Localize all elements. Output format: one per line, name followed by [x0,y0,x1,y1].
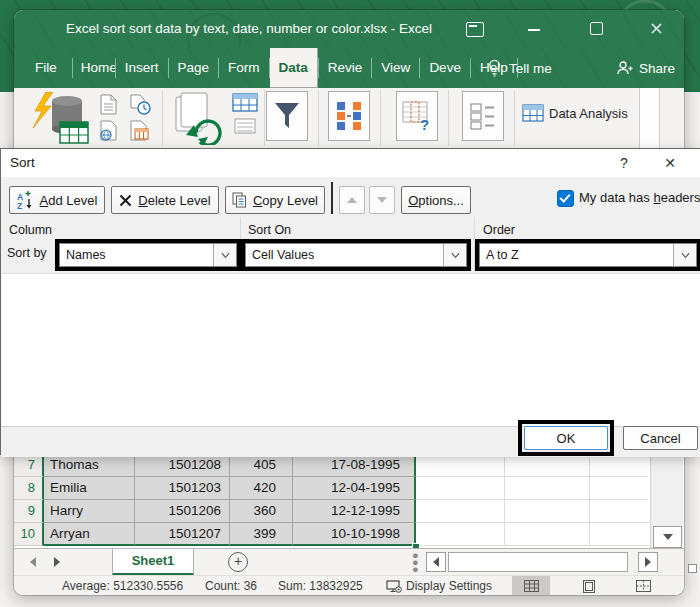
tab-file[interactable]: File [20,48,72,88]
cell-name[interactable]: Thomas [44,454,135,477]
cell-empty[interactable] [590,477,648,500]
recent-sources-icon[interactable] [128,94,152,116]
queries-connections-icon[interactable] [232,93,258,137]
my-data-has-headers-label[interactable]: My data has headers [579,190,700,205]
move-down-button[interactable] [369,186,395,214]
copy-level-button[interactable]: Copy Level [225,186,325,214]
hscroll-left-icon[interactable] [426,552,446,572]
next-sheet-icon[interactable] [54,557,60,567]
move-up-button[interactable] [339,186,365,214]
add-level-button[interactable]: A Z Add Level [9,186,105,214]
status-bar: Average: 512330.5556 Count: 36 Sum: 1383… [14,575,684,595]
cell-value[interactable]: 420 [230,477,293,500]
tab-formulas[interactable]: Form [219,48,269,88]
display-settings-label[interactable]: Display Settings [406,579,492,593]
cell-date[interactable]: 10-10-1998 [293,523,416,546]
cell-date[interactable]: 12-12-1995 [293,500,416,523]
page-layout-view-button[interactable] [570,576,608,595]
dialog-close-icon[interactable]: ✕ [659,152,681,174]
chevron-down-icon[interactable] [443,244,466,266]
get-data-icon[interactable] [32,92,90,144]
display-settings-icon[interactable] [386,580,402,593]
chevron-down-icon[interactable] [213,244,236,266]
normal-view-button[interactable] [512,576,550,595]
cell-value[interactable]: 399 [230,523,293,546]
row-header[interactable]: 8 [14,477,44,500]
sort-by-column-dropdown[interactable]: Names [59,243,237,267]
refresh-all-icon[interactable] [174,91,226,145]
cell-empty[interactable] [505,477,590,500]
page-break-view-button[interactable] [624,576,662,595]
cell-empty[interactable] [505,454,590,477]
row-header[interactable]: 9 [14,500,44,523]
tab-data[interactable]: Data [270,48,318,88]
cell-date[interactable]: 12-04-1995 [293,477,416,500]
maximize-icon[interactable] [590,22,603,35]
cell-name[interactable]: Harry [44,500,135,523]
cell-value[interactable]: 405 [230,454,293,477]
tell-me-label: Tell me [509,61,552,76]
share-button[interactable]: Share [616,48,675,88]
delete-level-button[interactable]: Delete Level [111,186,219,214]
tab-view[interactable]: View [372,48,419,88]
cell-empty[interactable] [590,500,648,523]
add-sheet-icon[interactable]: + [228,552,248,572]
cell-empty[interactable] [590,454,648,477]
sheet-tab-sheet1[interactable]: Sheet1 [112,549,194,576]
cell-empty[interactable] [416,454,505,477]
minimize-icon[interactable] [528,29,540,31]
vertical-scrollbar[interactable] [650,450,683,548]
status-sum: Sum: 13832925 [278,579,363,593]
scroll-down-icon[interactable] [653,526,682,548]
row-header[interactable]: 7 [14,454,44,477]
close-icon[interactable] [646,19,666,39]
annotation-box-ok: OK [518,420,614,456]
sort-on-dropdown[interactable]: Cell Values [245,243,467,267]
tell-me-box[interactable]: Tell me [488,48,552,88]
tab-insert[interactable]: Insert [116,48,168,88]
cell-id[interactable]: 1501206 [135,500,230,523]
from-web-icon[interactable] [98,120,120,142]
cell-name[interactable]: Emilia [44,477,135,500]
cell-date[interactable]: 17-08-1995 [293,454,416,477]
cell-value[interactable]: 360 [230,500,293,523]
cell-id[interactable]: 1501203 [135,477,230,500]
from-table-icon[interactable] [128,120,152,142]
ok-button[interactable]: OK [524,426,608,450]
filter-button[interactable] [266,91,308,141]
from-text-icon[interactable] [98,94,120,116]
order-dropdown[interactable]: A to Z [479,243,697,267]
row-header[interactable]: 10 [14,523,44,546]
tab-page-layout[interactable]: Page [169,48,219,88]
data-analysis-button[interactable]: Data Analysis [522,104,638,122]
what-if-analysis-icon: ? [402,100,432,132]
tab-developer[interactable]: Deve [420,48,470,88]
text-to-columns-button[interactable] [328,91,370,141]
hscroll-right-icon[interactable] [638,552,658,572]
cell-empty[interactable] [590,523,648,546]
cell-empty[interactable] [505,500,590,523]
chevron-down-icon[interactable] [673,244,696,266]
tab-review[interactable]: Revie [319,48,372,88]
my-data-has-headers-checkbox[interactable] [557,190,574,207]
data-analysis-icon [522,104,544,122]
hscroll-thumb[interactable] [448,552,628,572]
cell-empty[interactable] [416,477,505,500]
tab-splitter-dots[interactable]: ●●● [412,552,419,573]
prev-sheet-icon[interactable] [30,557,36,567]
cell-empty[interactable] [416,500,505,523]
ribbon-display-options-icon[interactable] [466,22,484,37]
tab-home[interactable]: Home [73,48,115,88]
cell-name[interactable]: Arryan [44,523,135,546]
share-label: Share [639,61,675,76]
cancel-button[interactable]: Cancel [623,426,698,450]
dialog-help-button[interactable]: ? [613,152,635,174]
what-if-analysis-button[interactable]: ? [396,91,438,141]
cell-empty[interactable] [416,523,505,546]
options-button[interactable]: Options... [401,186,471,214]
cell-empty[interactable] [505,523,590,546]
ribbon-scroll-strip[interactable] [639,88,660,148]
cell-id[interactable]: 1501207 [135,523,230,546]
outline-group-button[interactable] [462,91,504,141]
cell-id[interactable]: 1501208 [135,454,230,477]
